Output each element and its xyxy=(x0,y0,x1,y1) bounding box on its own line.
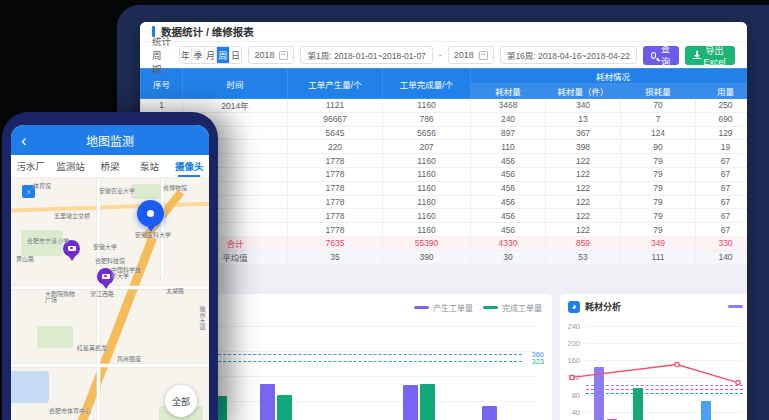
phone-tab-摄像头[interactable]: 摄像头 xyxy=(169,155,209,177)
table-row: 177811604561227967 xyxy=(141,181,748,195)
calendar-icon xyxy=(479,51,488,60)
cell: 67 xyxy=(696,181,748,195)
download-icon xyxy=(693,51,698,59)
cell: 1160 xyxy=(383,209,471,223)
report-table: 序号时间工单产生量/个工单完成量/个耗材情况耗材量耗材量（件）损耗量用量1201… xyxy=(140,68,747,265)
map-all-button[interactable]: 全部 xyxy=(165,385,197,417)
cell: 79 xyxy=(621,154,696,168)
period-option-年[interactable]: 年 xyxy=(180,47,192,63)
cell: 79 xyxy=(621,195,696,209)
period-option-日[interactable]: 日 xyxy=(230,47,242,63)
breadcrumb: 数据统计 / 维修报表 xyxy=(161,24,254,39)
cell: 456 xyxy=(471,154,546,168)
y-axis-tick: 120 xyxy=(562,373,580,382)
map-place-label: 安徽农业大学 xyxy=(99,186,135,195)
period-option-周[interactable]: 周 xyxy=(217,47,229,63)
year-to-select[interactable]: 2018 xyxy=(448,46,494,64)
phone-tab-污水厂[interactable]: 污水厂 xyxy=(11,155,51,177)
map-road xyxy=(11,201,209,212)
cell: 111 xyxy=(621,250,696,264)
map-place-label: 黄山路 xyxy=(16,254,34,263)
cell: 79 xyxy=(621,181,696,195)
breadcrumb-bar: 数据统计 / 维修报表 xyxy=(140,22,747,42)
cell: 349 xyxy=(621,236,696,250)
period-option-月[interactable]: 月 xyxy=(205,47,217,63)
consumable-bar xyxy=(633,388,643,420)
cell: 79 xyxy=(621,223,696,237)
legend-dash-icon xyxy=(728,305,743,308)
cell: 1778 xyxy=(288,223,383,237)
reference-line xyxy=(586,393,743,394)
cell: 67 xyxy=(696,209,748,223)
cell: 897 xyxy=(471,126,546,140)
cell: 122 xyxy=(546,154,621,168)
cell: 5656 xyxy=(383,126,471,140)
legend-label: 完成工单量 xyxy=(502,302,542,313)
legend-dash-icon xyxy=(414,306,429,309)
cell: 1778 xyxy=(288,154,383,168)
cell: 330 xyxy=(696,236,748,250)
map-place-label: 安徽大学 xyxy=(93,242,117,251)
table-row: 177811604561227967 xyxy=(141,223,748,237)
bar-completed xyxy=(420,384,435,420)
group-header: 耗材情况 xyxy=(471,69,748,84)
cell: 1160 xyxy=(383,99,471,113)
range-from-input[interactable]: 第1周: 2018-01-01~2018-01-07 xyxy=(300,46,432,64)
gridline xyxy=(586,326,743,327)
cell: 1778 xyxy=(288,167,383,181)
cell: 456 xyxy=(471,223,546,237)
query-button[interactable]: 查询 xyxy=(643,46,679,65)
legend-dash-icon xyxy=(483,306,498,309)
cell: 79 xyxy=(621,167,696,181)
y-axis-tick: 200 xyxy=(562,339,580,348)
table-row: 177811604561227967 xyxy=(141,154,748,168)
cell: 5645 xyxy=(288,126,383,140)
screenshot-stage: 数据统计 / 维修报表 统计周期: 年季月周日 2018 第1周: 2018-0… xyxy=(0,0,769,420)
phone-page-title: 地图监测 xyxy=(11,132,209,149)
reference-line xyxy=(586,385,743,386)
phone-tab-监测站[interactable]: 监测站 xyxy=(51,155,91,177)
map-place-label: 体育馆 xyxy=(33,181,51,190)
cell: 122 xyxy=(546,223,621,237)
cell: 3468 xyxy=(471,99,546,113)
cell: 140 xyxy=(696,250,748,264)
table-row: 56455656897367124129 xyxy=(141,126,748,140)
export-excel-button[interactable]: 导出Excel xyxy=(685,46,735,65)
cell: 53 xyxy=(546,250,621,264)
phone-tab-桥梁[interactable]: 桥梁 xyxy=(90,155,130,177)
selected-pin-marker[interactable] xyxy=(137,200,164,227)
reference-line-label: 323 xyxy=(531,357,544,366)
cell: 786 xyxy=(383,112,471,126)
charts-section: 产生工单量完成工单量360323 ◕耗材分析2402001601208040 xyxy=(140,290,747,420)
map-place-label: 五里墩立交桥 xyxy=(54,211,90,220)
cell: 96667 xyxy=(288,112,383,126)
map-place-label: 大剧院购物广场 xyxy=(45,290,80,304)
cell: 70 xyxy=(621,99,696,113)
map-view[interactable]: › 全部 体育馆安徽农业大学省博物馆五里墩立交桥安徽医科大学合肥市宁溪小学黄山路… xyxy=(11,178,209,420)
cell: 4330 xyxy=(471,236,546,250)
cell: 90 xyxy=(621,140,696,154)
cell: 30 xyxy=(471,250,546,264)
map-place-label: 合肥科技馆 xyxy=(95,256,125,265)
table-row: 12014年11211160346834070250 xyxy=(141,99,748,113)
map-water xyxy=(11,371,49,403)
col-header: 工单完成量/个 xyxy=(383,69,471,99)
search-icon xyxy=(651,52,656,59)
period-option-季[interactable]: 季 xyxy=(192,47,204,63)
average-row: 平均值353903053111140 xyxy=(141,250,748,264)
table-row: 2202071103989019 xyxy=(141,140,748,154)
table-row: 177811604561227967 xyxy=(141,167,748,181)
bar-produced xyxy=(403,385,418,420)
cell: 250 xyxy=(696,99,748,113)
range-to-input[interactable]: 第16周: 2018-04-16~2018-04-22 xyxy=(500,46,637,64)
cell: 55390 xyxy=(383,236,471,250)
year-from-select[interactable]: 2018 xyxy=(248,46,294,64)
reference-line xyxy=(586,389,743,390)
phone-tab-泵站[interactable]: 泵站 xyxy=(130,155,170,177)
map-place-label: 安徽医科大学 xyxy=(135,230,171,239)
map-road xyxy=(11,364,209,367)
cell: 1778 xyxy=(288,181,383,195)
cell: 207 xyxy=(383,140,471,154)
map-place-label: 太湖路 xyxy=(166,286,184,295)
y-axis-tick: 80 xyxy=(562,391,580,400)
